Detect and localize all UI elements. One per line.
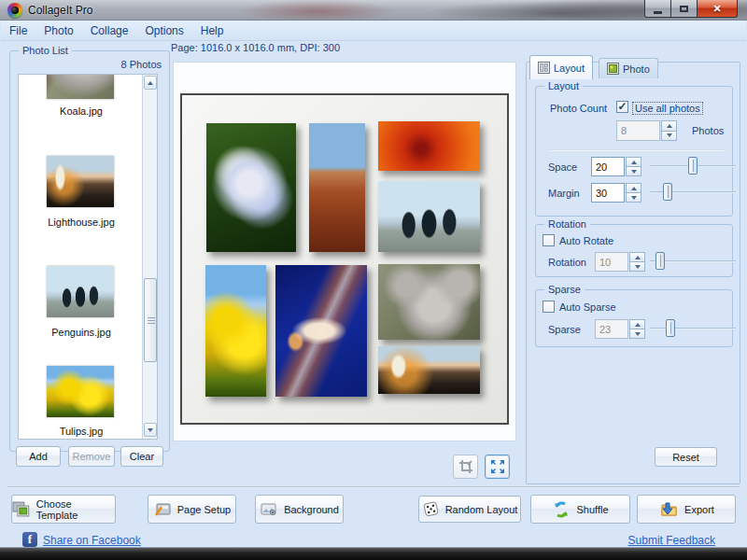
arrow-up-icon <box>631 187 637 190</box>
menu-file[interactable]: File <box>1 21 35 40</box>
menu-bar: File Photo Collage Options Help <box>1 21 746 41</box>
choose-template-button[interactable]: Choose Template <box>11 495 116 524</box>
share-on-facebook-link[interactable]: Share on Facebook <box>43 534 141 547</box>
window-title: CollageIt Pro <box>28 4 92 17</box>
menu-collage[interactable]: Collage <box>82 21 137 40</box>
arrow-down-icon <box>148 428 153 432</box>
page-setup-label: Page Setup <box>177 504 232 515</box>
collage-photo-hydrangea[interactable] <box>206 123 296 252</box>
sparse-stepper[interactable] <box>629 319 645 339</box>
photo-count-input <box>616 120 660 141</box>
sparse-slider[interactable] <box>650 319 736 338</box>
photo-list-label: Photo List <box>19 45 72 56</box>
stepper-up-button[interactable] <box>629 319 645 329</box>
page-setup-icon <box>153 501 172 518</box>
stepper-down-button[interactable] <box>629 329 645 339</box>
photo-list[interactable]: Koala.jpg Lighthouse.jpg Penguins.jpg Tu… <box>18 74 158 440</box>
stepper-up-button[interactable] <box>629 252 645 262</box>
background-button[interactable]: Background <box>255 495 344 524</box>
stepper-down-button[interactable] <box>626 167 641 176</box>
tab-layout[interactable]: Layout <box>529 55 593 79</box>
scrollbar-thumb[interactable] <box>144 278 157 362</box>
margin-slider[interactable] <box>650 183 736 202</box>
export-button[interactable]: Export <box>637 495 736 524</box>
crop-button <box>453 455 478 479</box>
stepper-up-button[interactable] <box>626 183 641 193</box>
remove-button: Remove <box>68 446 115 467</box>
random-layout-button[interactable]: Random Layout <box>418 496 521 523</box>
rotation-input <box>595 252 628 272</box>
collage-photo-lighthouse[interactable] <box>378 346 480 394</box>
margin-label: Margin <box>548 188 580 199</box>
collage-photo-jellyfish[interactable] <box>275 265 367 397</box>
page-setup-button[interactable]: Page Setup <box>148 495 236 524</box>
maximize-icon <box>680 6 688 12</box>
space-input[interactable] <box>591 157 625 176</box>
collage-photo-koala[interactable] <box>378 264 480 340</box>
space-label: Space <box>548 161 577 173</box>
close-button[interactable]: ✕ <box>697 0 738 18</box>
rotation-slider[interactable] <box>650 252 736 271</box>
space-stepper[interactable] <box>626 157 641 176</box>
tab-photo-label: Photo <box>623 63 650 75</box>
reset-button[interactable]: Reset <box>655 447 717 467</box>
use-all-photos-checkbox[interactable]: ✓ <box>616 101 628 113</box>
scroll-down-button[interactable] <box>144 423 157 437</box>
use-all-photos-label[interactable]: Use all photos <box>633 103 702 114</box>
collage-photo-tulips[interactable] <box>205 265 266 397</box>
margin-stepper[interactable] <box>626 183 641 203</box>
scroll-up-button[interactable] <box>144 76 157 90</box>
fit-to-window-button[interactable] <box>485 455 510 479</box>
maximize-button[interactable] <box>671 0 697 18</box>
shuffle-button[interactable]: Shuffle <box>530 495 630 524</box>
collage-photo-penguins[interactable] <box>378 181 480 252</box>
sparse-slider-thumb[interactable] <box>666 319 675 337</box>
list-item-label[interactable]: Tulips.jpg <box>19 426 144 437</box>
menu-help[interactable]: Help <box>192 21 233 40</box>
rotation-stepper[interactable] <box>629 252 645 272</box>
stepper-down-button[interactable] <box>629 262 645 272</box>
space-slider[interactable] <box>650 157 736 175</box>
stepper-down-button[interactable] <box>626 193 641 203</box>
collage-photo-chrysanthemum[interactable] <box>378 121 480 171</box>
list-item-label[interactable]: Lighthouse.jpg <box>19 217 144 228</box>
title-bar[interactable]: CollageIt Pro ✕ <box>0 0 747 21</box>
list-item-tulips-thumbnail[interactable] <box>47 366 114 417</box>
template-icon <box>12 501 31 518</box>
auto-rotate-checkbox[interactable] <box>543 234 555 246</box>
photo-list-scrollbar[interactable] <box>142 75 157 439</box>
minimize-button[interactable] <box>644 0 671 18</box>
clear-button[interactable]: Clear <box>120 446 163 467</box>
arrow-down-icon <box>635 332 641 336</box>
list-item-lighthouse-thumbnail[interactable] <box>47 156 114 207</box>
photo-count-stepper[interactable] <box>661 120 677 141</box>
menu-photo[interactable]: Photo <box>35 21 81 40</box>
collage-photo-desert[interactable] <box>309 123 365 252</box>
auto-sparse-checkbox[interactable] <box>543 301 555 313</box>
list-item-koala-thumbnail[interactable] <box>47 74 114 99</box>
menu-options[interactable]: Options <box>136 21 191 40</box>
margin-slider-thumb[interactable] <box>663 183 672 201</box>
divider <box>7 486 740 488</box>
list-item-penguins-thumbnail[interactable] <box>47 266 114 317</box>
shuffle-icon <box>552 500 571 519</box>
sparse-input <box>595 319 628 339</box>
add-button[interactable]: Add <box>16 446 61 467</box>
list-item-label[interactable]: Penguins.jpg <box>19 327 144 338</box>
collage-canvas[interactable] <box>180 93 509 425</box>
arrow-down-icon <box>635 265 641 269</box>
margin-input[interactable] <box>591 183 625 203</box>
photo-list-group: Photo List 8 Photos Koala.jpg Lighthouse… <box>9 50 170 452</box>
rotation-slider-thumb[interactable] <box>655 252 665 270</box>
stepper-down-button[interactable] <box>661 132 677 142</box>
arrow-up-icon <box>635 323 641 327</box>
auto-rotate-label[interactable]: Auto Rotate <box>559 235 613 246</box>
tab-photo[interactable]: Photo <box>599 58 658 78</box>
arrow-up-icon <box>148 81 153 85</box>
auto-sparse-label[interactable]: Auto Sparse <box>559 301 616 313</box>
stepper-up-button[interactable] <box>626 157 641 167</box>
stepper-up-button[interactable] <box>661 120 677 132</box>
list-item-label[interactable]: Koala.jpg <box>19 105 144 117</box>
space-slider-thumb[interactable] <box>688 157 698 175</box>
submit-feedback-link[interactable]: Submit Feedback <box>628 534 715 547</box>
